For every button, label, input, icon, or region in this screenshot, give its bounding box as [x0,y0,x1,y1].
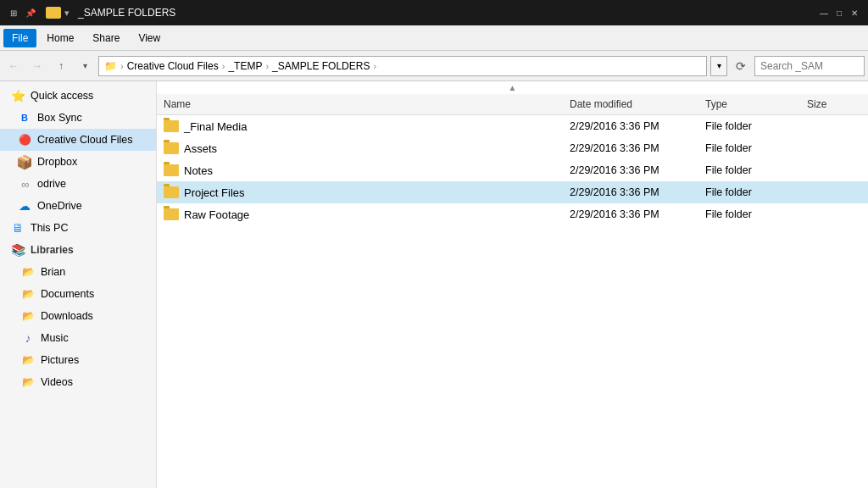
back-button[interactable]: ← [3,56,24,76]
path-folder-icon: 📁 [104,60,117,72]
path-arrow-3: › [265,61,269,71]
file-name: Assets [184,142,217,155]
window-controls[interactable]: — □ ✕ [817,6,861,19]
sidebar-label-creative-cloud: Creative Cloud Files [37,134,133,146]
sidebar-item-box-sync[interactable]: B Box Sync [0,107,156,129]
path-segment-1[interactable]: Creative Cloud Files [127,60,219,72]
folder-icon [164,164,179,176]
table-row[interactable]: _Final Media 2/29/2016 3:36 PM File fold… [157,115,868,137]
sidebar-item-creative-cloud[interactable]: 🔴 Creative Cloud Files [0,129,156,151]
file-type: File folder [698,119,800,134]
file-date: 2/29/2016 3:36 PM [563,185,698,200]
up-button[interactable]: ↑ [51,56,71,76]
table-row[interactable]: Raw Footage 2/29/2016 3:36 PM File folde… [157,203,868,225]
address-dropdown[interactable]: ▾ [710,56,727,76]
file-date: 2/29/2016 3:36 PM [563,207,698,222]
sidebar-item-odrive[interactable]: ∞ odrive [0,173,156,195]
column-header-name[interactable]: Name [157,97,563,112]
recent-button[interactable]: ▾ [75,56,95,76]
folder-icon [164,186,179,198]
sidebar-label-videos: Videos [41,376,73,388]
folder-icon [164,120,179,132]
menu-share[interactable]: Share [84,29,128,47]
file-type: File folder [698,207,800,222]
file-name-cell: Notes [157,163,563,179]
music-icon: ♪ [20,330,36,346]
sidebar-item-downloads[interactable]: 📂 Downloads [0,305,156,327]
pictures-icon: 📂 [20,352,36,368]
sidebar-item-pictures[interactable]: 📂 Pictures [0,349,156,371]
maximize-button[interactable]: □ [832,6,846,19]
sidebar-item-quick-access[interactable]: ⭐ Quick access [0,85,156,107]
file-type: File folder [698,141,800,156]
sidebar-item-music[interactable]: ♪ Music [0,327,156,349]
file-name: Notes [184,164,213,177]
file-date: 2/29/2016 3:36 PM [563,119,698,134]
brian-icon: 📂 [20,264,36,280]
column-header-type[interactable]: Type [698,97,800,112]
window-icon: ⊞ [7,6,20,19]
refresh-button[interactable]: ⟳ [731,56,751,76]
sidebar-label-onedrive: OneDrive [37,200,82,212]
downloads-icon: 📂 [20,308,36,324]
title-divider: ▾ [64,8,70,19]
minimize-button[interactable]: — [817,6,831,19]
close-button[interactable]: ✕ [848,6,861,19]
file-type: File folder [698,163,800,178]
scroll-up-button[interactable]: ▲ [509,83,517,92]
dropbox-icon: 📦 [17,154,32,169]
folder-icon [164,142,179,154]
file-list-header: Name Date modified Type Size [157,94,868,115]
forward-button[interactable]: → [27,56,47,76]
title-bar-icons: ⊞ 📌 ▾ [7,6,70,19]
sidebar-item-onedrive[interactable]: ☁ OneDrive [0,195,156,217]
file-size [800,191,868,194]
box-sync-icon: B [17,110,32,125]
table-row[interactable]: Project Files 2/29/2016 3:36 PM File fol… [157,181,868,203]
window-title: _SAMPLE FOLDERS [78,7,175,19]
file-size [800,213,868,216]
file-name-cell: Assets [157,141,563,157]
sidebar-label-box-sync: Box Sync [37,112,82,124]
file-type: File folder [698,185,800,200]
file-list: Name Date modified Type Size _Final Medi… [157,94,868,488]
table-row[interactable]: Notes 2/29/2016 3:36 PM File folder [157,159,868,181]
sidebar-item-brian[interactable]: 📂 Brian [0,261,156,283]
sidebar-item-videos[interactable]: 📂 Videos [0,371,156,393]
search-input[interactable] [754,56,865,76]
title-bar: ⊞ 📌 ▾ _SAMPLE FOLDERS — □ ✕ [0,0,868,25]
sidebar-label-music: Music [41,332,69,344]
menu-file[interactable]: File [3,29,36,47]
file-name: _Final Media [184,120,247,133]
pc-icon: 🖥 [10,220,25,236]
menu-home[interactable]: Home [38,29,82,47]
file-date: 2/29/2016 3:36 PM [563,141,698,156]
file-name-cell: _Final Media [157,119,563,135]
sidebar-item-this-pc[interactable]: 🖥 This PC [0,217,156,239]
folder-icon [164,208,179,220]
table-row[interactable]: Assets 2/29/2016 3:36 PM File folder [157,137,868,159]
file-name: Raw Footage [184,208,249,221]
file-size [800,169,868,172]
file-name-cell: Project Files [157,185,563,201]
sidebar-label-brian: Brian [41,266,65,278]
sidebar-item-documents[interactable]: 📂 Documents [0,283,156,305]
sidebar-label-downloads: Downloads [41,310,93,322]
sidebar-item-libraries[interactable]: 📚 Libraries [0,239,156,261]
menu-view[interactable]: View [130,29,169,47]
address-path[interactable]: 📁 › Creative Cloud Files › _TEMP › _SAMP… [98,56,707,76]
onedrive-icon: ☁ [17,198,32,214]
path-arrow-1: › [120,61,124,71]
sidebar-item-dropbox[interactable]: 📦 Dropbox [0,151,156,173]
column-header-size[interactable]: Size [800,97,868,112]
folder-icon [46,7,61,19]
scroll-hint: ▲ [157,81,868,94]
sidebar-label-documents: Documents [41,288,94,300]
content-area: ▲ Name Date modified Type Size _Final Me… [157,81,868,488]
column-header-date[interactable]: Date modified [563,97,698,112]
sidebar-label-dropbox: Dropbox [37,156,77,168]
path-segment-2: _TEMP [228,60,262,72]
file-name-cell: Raw Footage [157,207,563,223]
path-arrow-4: › [373,61,376,71]
address-bar: ← → ↑ ▾ 📁 › Creative Cloud Files › _TEMP… [0,51,868,81]
